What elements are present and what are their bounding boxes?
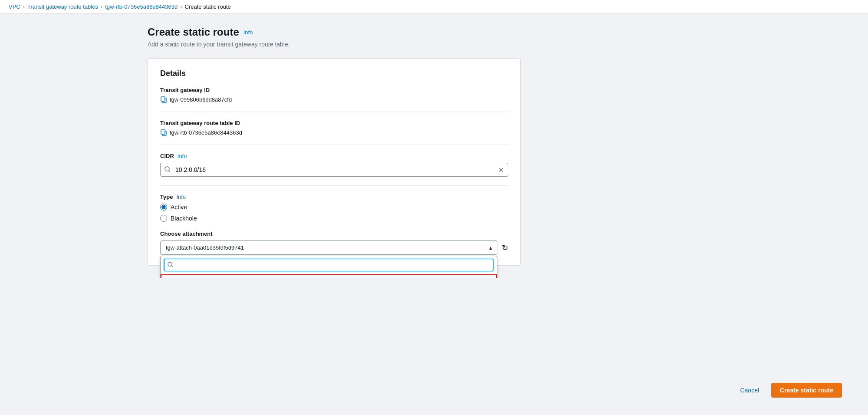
attachment-selected-value: tgw-attach-0aa01d35fdf5d9741 <box>166 244 244 251</box>
radio-blackhole-input[interactable] <box>160 215 167 222</box>
type-field: Type Info Active Blackhole <box>160 194 508 222</box>
radio-active[interactable]: Active <box>160 204 508 211</box>
attachment-label: Choose attachment <box>160 231 508 237</box>
tgw-rt-field: Transit gateway route table ID tgw-rtb-0… <box>160 120 508 136</box>
breadcrumb: VPC › Transit gateway route tables › tgw… <box>0 0 868 14</box>
breadcrumb-sep-1: › <box>23 3 25 10</box>
refresh-icon[interactable]: ↻ <box>502 243 508 253</box>
page-subtitle: Add a static route to your transit gatew… <box>148 41 720 48</box>
svg-rect-3 <box>161 130 165 134</box>
copy-icon-tgw[interactable] <box>160 96 167 103</box>
svg-point-6 <box>168 262 172 266</box>
radio-active-label: Active <box>171 204 187 211</box>
copy-icon-rt[interactable] <box>160 129 167 136</box>
cidr-input[interactable] <box>160 163 508 177</box>
svg-line-5 <box>169 171 170 172</box>
breadcrumb-route-tables[interactable]: Transit gateway route tables <box>27 3 98 10</box>
cidr-label: CIDR <box>160 153 174 159</box>
type-label: Type <box>160 194 173 200</box>
attachment-dropdown-panel: tgw-attach-0aa01d35fdf5d9741 (wstgwTgwVp… <box>160 256 497 278</box>
breadcrumb-route-table-id[interactable]: tgw-rtb-0736e5a86e844363d <box>105 3 178 10</box>
tgw-id-field: Transit gateway ID tgw-099806b6dd8a87cfd <box>160 87 508 103</box>
section-title: Details <box>160 69 508 78</box>
radio-blackhole[interactable]: Blackhole <box>160 215 508 222</box>
attachment-section: Choose attachment tgw-attach-0aa01d35fdf… <box>160 231 508 255</box>
radio-blackhole-label: Blackhole <box>171 215 197 222</box>
svg-point-4 <box>165 167 169 171</box>
tgw-rt-value: tgw-rtb-0736e5a86e844363d <box>170 129 242 136</box>
type-radio-group: Active Blackhole <box>160 204 508 222</box>
breadcrumb-sep-2: › <box>101 3 102 10</box>
type-info-link[interactable]: Info <box>176 194 186 200</box>
page-title: Create static route <box>148 26 239 38</box>
attachment-dropdown-wrapper: tgw-attach-0aa01d35fdf5d9741 ▲ <box>160 240 497 255</box>
attachment-dropdown-trigger[interactable]: tgw-attach-0aa01d35fdf5d9741 <box>160 240 497 255</box>
svg-rect-1 <box>161 97 165 101</box>
tgw-id-label: Transit gateway ID <box>160 87 508 93</box>
dropdown-search-icon <box>168 262 173 269</box>
breadcrumb-current: Create static route <box>185 3 231 10</box>
form-card: Details Transit gateway ID tgw-099806b6d… <box>148 58 521 266</box>
radio-active-input[interactable] <box>160 204 167 211</box>
dropdown-item-1[interactable]: tgw-attach-0aa01d35fdf5d9741 (wstgwTgwVp… <box>161 274 497 278</box>
tgw-rt-label: Transit gateway route table ID <box>160 120 508 126</box>
cidr-field: CIDR Info ✕ <box>160 153 508 177</box>
cidr-search-icon <box>164 166 171 174</box>
tgw-id-value: tgw-099806b6dd8a87cfd <box>170 96 232 103</box>
breadcrumb-sep-3: › <box>180 3 182 10</box>
page-info-link[interactable]: Info <box>243 29 253 36</box>
cidr-clear-icon[interactable]: ✕ <box>498 166 504 174</box>
svg-line-7 <box>171 266 173 267</box>
cidr-info-link[interactable]: Info <box>178 153 187 159</box>
page-header: Create static route Info Add a static ro… <box>148 26 720 48</box>
breadcrumb-vpc[interactable]: VPC <box>9 3 20 10</box>
dropdown-search-input[interactable] <box>164 259 493 271</box>
